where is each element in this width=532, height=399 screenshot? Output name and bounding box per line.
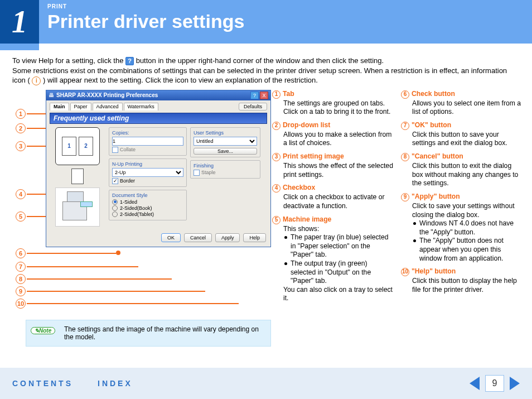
next-page-button[interactable] [510,377,520,390]
save-settings-button[interactable]: Save... [194,148,257,155]
contents-link[interactable]: CONTENTS [12,379,73,388]
collate-checkbox[interactable]: Collate [112,147,183,153]
kicker: PRINT [47,3,244,9]
circled-number: 8 [401,153,409,161]
intro-part: ) will appear next to the setting. Click… [43,76,318,84]
dialog-titlebar: 🖶 SHARP AR-XXXX Printing Preferences ? X [46,90,270,100]
desc-body: Allows you to make a selection from a li… [272,131,393,148]
circled-number: 10 [401,268,409,276]
staple-checkbox[interactable]: Staple [194,170,257,176]
info-icon: i [32,76,41,85]
ok-button[interactable]: OK [161,233,181,242]
cancel-button[interactable]: Cancel [184,233,212,242]
desc-item: 2Drop-down listAllows you to make a sele… [272,121,393,148]
callout-9: 9 [16,286,26,296]
index-link[interactable]: INDEX [98,379,133,388]
machine-image[interactable] [55,188,100,227]
desc-title: Tab [283,90,294,99]
desc-title: Machine image [283,215,331,224]
desc-item: 8"Cancel" buttonClick this button to exi… [401,152,522,188]
copies-input[interactable] [112,137,183,146]
intro-part: To view Help for a setting, click the [12,56,125,65]
user-settings-group: User Settings Untitled Save... [190,127,260,157]
tab-watermarks[interactable]: Watermarks [124,103,158,110]
printer-dialog: 🖶 SHARP AR-XXXX Printing Preferences ? X… [46,90,271,247]
desc-title: Check button [412,90,455,99]
defaults-button[interactable]: Defaults [239,103,267,110]
desc-item: 7"OK" buttonClick this button to save yo… [401,121,522,148]
apply-button[interactable]: Apply [215,233,240,242]
prev-page-button[interactable] [470,377,480,390]
circled-number: 3 [272,153,280,161]
desc-item: 9"Apply" buttonClick to save your settin… [401,193,522,263]
preview-page-2: 2 [79,137,93,156]
circled-number: 1 [272,90,280,99]
desc-body: Click this button to exit the dialog box… [401,162,522,188]
circled-number: 9 [401,193,409,201]
desc-title: "Apply" button [412,193,460,201]
desc-item: 10"Help" buttonClick this button to disp… [401,267,522,294]
desc-title: Print setting image [283,152,344,161]
tab-main[interactable]: Main [50,103,69,110]
callout-1: 1 [16,109,26,119]
staple-label: Staple [201,170,216,175]
preview-page-1: 1 [62,137,76,156]
usersettings-label: User Settings [194,130,257,136]
docstyle-label: Document Style [112,193,183,198]
callout-3: 3 [16,141,26,151]
close-button[interactable]: X [260,92,268,99]
usersettings-select[interactable]: Untitled [194,137,257,146]
tab-advanced[interactable]: Advanced [93,103,123,110]
desc-body: Click to save your settings without clos… [401,202,522,263]
tab-paper[interactable]: Paper [70,103,91,110]
dialog-title: SHARP AR-XXXX Printing Preferences [56,92,249,98]
circled-number: 2 [272,122,280,130]
note-text: The settings and the image of the machin… [64,325,259,341]
desc-item: 4CheckboxClick on a checkbox to activate… [272,184,393,210]
desc-item: 1TabThe settings are grouped on tabs. Cl… [272,90,393,117]
print-setting-preview: 1 2 [55,127,100,165]
callout-6: 6 [16,248,26,258]
page-number: 9 [485,375,504,392]
document-style-group: Document Style 1-Sided 2-Sided(Book) 2-S… [109,190,187,220]
desc-item: 6Check buttonAllows you to select one it… [401,90,522,117]
desc-item: 5Machine imageThis shows:The paper tray … [272,215,393,303]
desc-title: Drop-down list [283,121,330,130]
desc-title: "OK" button [412,121,451,130]
callout-4: 4 [16,189,26,199]
help-icon: ? [125,57,134,65]
callout-7: 7 [16,262,26,272]
circled-number: 5 [272,216,280,224]
descriptions-left: 1TabThe settings are grouped on tabs. Cl… [272,90,393,307]
desc-body: This shows:The paper tray (in blue) sele… [272,225,393,303]
circled-number: 6 [401,90,409,99]
help-button[interactable]: Help [243,233,266,242]
nup-label: N-Up Printing [112,161,183,167]
mini-doc-icon [71,169,84,184]
app-icon: 🖶 [49,92,54,98]
page-footer: CONTENTS INDEX 9 [0,368,532,399]
radio-2sided-tablet[interactable]: 2-Sided(Tablet) [112,211,183,217]
titlebar-help-button[interactable]: ? [250,92,259,99]
collate-label: Collate [120,147,136,152]
desc-body: The settings are grouped on tabs. Click … [272,99,393,117]
desc-title: "Help" button [412,267,456,276]
radio-1sided[interactable]: 1-Sided [112,199,183,205]
note-pill: ✎Note [31,327,55,334]
note-box: ✎Note The settings and the image of the … [26,320,271,347]
desc-title: Checkbox [283,184,315,193]
desc-body: Click on a checkbox to activate or deact… [272,193,393,210]
step-number: 1 [12,4,27,40]
radio-2sided-book[interactable]: 2-Sided(Book) [112,205,183,211]
callout-8: 8 [16,274,26,284]
step-number-box: 1 [0,0,39,44]
nup-select[interactable]: 2-Up [112,168,183,177]
desc-title: "Cancel" button [412,152,463,161]
intro-part: button in the upper right-hand corner of… [136,56,384,65]
callout-5: 5 [16,211,26,222]
callout-10: 10 [16,299,26,309]
border-checkbox[interactable]: ✓Border [112,178,183,184]
frequently-used-bar: Frequently used setting [50,113,267,124]
desc-body: This shows the effect of the selected pr… [272,162,393,179]
page-title: Printer driver settings [47,11,244,32]
